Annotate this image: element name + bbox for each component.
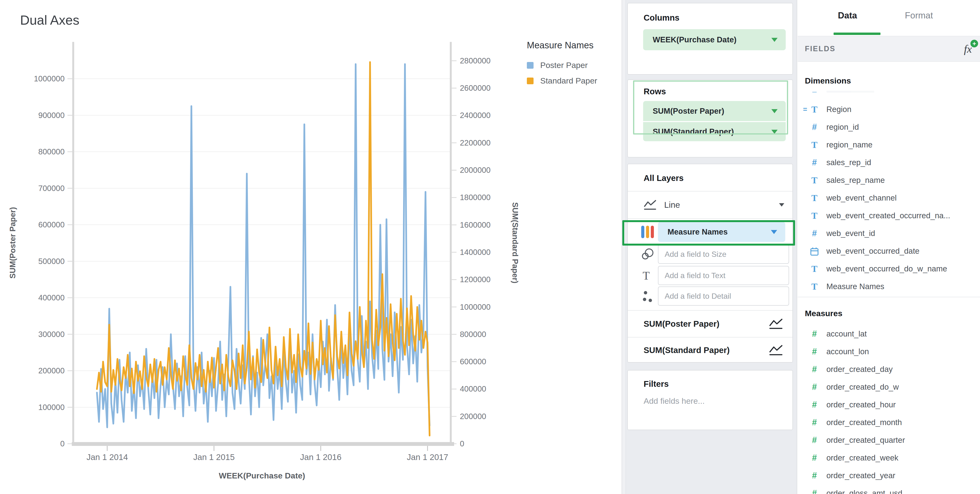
field-item-order-created-week[interactable]: #order_created_week (798, 449, 980, 467)
field-label: web_event_channel (826, 193, 897, 202)
rows-shelf-label: Rows (644, 87, 666, 96)
pill-week-purchase-date[interactable]: WEEK(Purchase Date) (643, 29, 786, 50)
left-axis-tick-label: 100000 (38, 403, 65, 412)
text-field-icon: T (809, 193, 820, 203)
field-label: account_lon (826, 347, 869, 356)
field-item-order-created-month[interactable]: #order_created_month (798, 414, 980, 431)
color-mark-icon (641, 225, 654, 239)
calendar-field-icon (809, 246, 820, 256)
field-item-sales-rep-id[interactable]: #sales_rep_id (798, 154, 980, 171)
field-item-region[interactable]: =TRegion (798, 100, 980, 118)
right-axis-tick-label: 2400000 (460, 111, 490, 120)
right-axis-tick-label: 1200000 (460, 275, 490, 284)
size-mark-row (628, 245, 792, 264)
x-axis-tick-label: Jan 1 2015 (193, 453, 235, 462)
field-item-sales-rep-name[interactable]: Tsales_rep_name (798, 171, 980, 189)
chevron-down-icon[interactable] (772, 38, 778, 42)
legend-item-standard-paper[interactable]: Standard Paper (527, 76, 620, 86)
right-axis-tick-label: 1000000 (460, 303, 490, 311)
left-axis-tick-label: 0 (60, 439, 65, 448)
field-item-account-lon[interactable]: #account_lon (798, 343, 980, 360)
rows-pill-group: SUM(Poster Paper) SUM(Standard Paper) (643, 101, 786, 141)
detail-field-input[interactable] (658, 287, 789, 306)
legend-item-label: Standard Paper (540, 76, 597, 86)
field-item-region-id[interactable]: #region_id (798, 118, 980, 136)
number-field-icon: # (809, 122, 820, 132)
right-axis-tick-label: 1400000 (460, 248, 490, 257)
field-label: sales_rep_name (826, 176, 885, 185)
sum-poster-paper-layer[interactable]: SUM(Poster Paper) (628, 311, 792, 337)
field-item-order-gloss-amt-usd[interactable]: #order_gloss_amt_usd (798, 484, 980, 494)
chevron-down-icon[interactable] (772, 130, 778, 134)
legend-item-label: Poster Paper (540, 61, 588, 70)
filters-shelf: Filters Add fields here... (627, 370, 793, 430)
series-line-poster-paper[interactable] (97, 64, 430, 427)
chevron-down-icon[interactable] (779, 203, 784, 207)
text-field-input[interactable] (658, 266, 789, 285)
field-item-order-created-day[interactable]: #order_created_day (798, 360, 980, 378)
line-chart-icon (768, 318, 783, 330)
right-axis-tick-label: 600000 (460, 357, 486, 366)
fields-divider (798, 297, 980, 297)
filters-drop-target[interactable]: Add fields here... (644, 396, 705, 406)
line-chart-icon (643, 199, 657, 210)
chevron-down-icon[interactable] (772, 109, 778, 113)
field-item-web-event-occurred-date[interactable]: web_event_occurred_date (798, 242, 980, 260)
all-layers-label: All Layers (644, 173, 684, 183)
left-axis-tick-label: 600000 (38, 220, 65, 229)
add-calculated-field-button[interactable]: fx + (964, 43, 972, 55)
pill-sum-poster-paper[interactable]: SUM(Poster Paper) (643, 101, 786, 121)
field-label: region_id (826, 123, 859, 132)
left-axis-tick-label: 1000000 (34, 74, 65, 83)
dimensions-list: –=TRegion#region_idTregion_name#sales_re… (798, 83, 980, 295)
left-axis-tick-label: 900000 (38, 111, 65, 120)
chevron-down-icon[interactable] (771, 230, 777, 234)
text-field-icon: T (809, 140, 820, 150)
field-label: order_gloss_amt_usd (826, 489, 902, 494)
field-item-web-event-created-occurred-na-[interactable]: Tweb_event_created_occurred_na... (798, 207, 980, 225)
pill-measure-names-color[interactable]: Measure Names (658, 222, 785, 242)
x-axis-tick-label: Jan 1 2014 (86, 453, 128, 462)
size-field-input[interactable] (658, 245, 789, 264)
field-item-web-event-id[interactable]: #web_event_id (798, 225, 980, 242)
field-label: web_event_occurred_do_w_name (826, 264, 947, 273)
rows-shelf: Rows SUM(Poster Paper) SUM(Standard Pape… (627, 80, 793, 158)
detail-mark-icon (642, 289, 654, 303)
right-axis-tick-label: 200000 (460, 412, 486, 421)
left-axis-line (72, 42, 74, 445)
field-item-order-created-quarter[interactable]: #order_created_quarter (798, 431, 980, 449)
number-field-icon: # (809, 400, 820, 410)
legend-swatch-icon (527, 78, 533, 84)
filters-shelf-label: Filters (644, 379, 669, 389)
shelf-panel: Columns WEEK(Purchase Date) Rows SUM(Pos… (622, 0, 797, 494)
text-mark-icon: T (643, 269, 649, 282)
number-field-icon: # (809, 453, 820, 463)
field-item-order-created-hour[interactable]: #order_created_hour (798, 396, 980, 414)
right-axis-tick-label: 400000 (460, 384, 486, 393)
field-label: order_created_hour (826, 400, 896, 409)
x-axis-tick-label: Jan 1 2017 (407, 453, 448, 462)
field-item-order-created-year[interactable]: #order_created_year (798, 467, 980, 484)
size-mark-icon (641, 248, 654, 260)
tab-format[interactable]: Format (905, 11, 933, 21)
field-label: region_name (826, 140, 873, 149)
legend-swatch-icon (527, 62, 533, 69)
mark-type-dropdown[interactable]: Line (628, 191, 792, 218)
text-field-icon: T (809, 175, 820, 185)
field-item-order-created-do-w[interactable]: #order_created_do_w (798, 378, 980, 396)
field-label: order_created_day (826, 365, 892, 374)
text-field-icon: T (809, 210, 820, 221)
tab-data[interactable]: Data (838, 11, 857, 21)
field-item-web-event-channel[interactable]: Tweb_event_channel (798, 189, 980, 207)
field-item-account-lat[interactable]: #account_lat (798, 325, 980, 343)
field-label: sales_rep_id (826, 158, 871, 167)
pill-sum-standard-paper[interactable]: SUM(Standard Paper) (643, 121, 786, 141)
plus-badge-icon: + (970, 40, 978, 48)
sum-standard-paper-layer[interactable]: SUM(Standard Paper) (628, 338, 792, 363)
field-item-measure-names[interactable]: TMeasure Names (798, 277, 980, 295)
field-label: order_created_year (826, 471, 895, 480)
field-item-web-event-occurred-do-w-name[interactable]: Tweb_event_occurred_do_w_name (798, 260, 980, 277)
field-item-partial[interactable]: – (798, 83, 980, 100)
legend-item-poster-paper[interactable]: Poster Paper (527, 61, 620, 70)
field-item-region-name[interactable]: Tregion_name (798, 136, 980, 154)
